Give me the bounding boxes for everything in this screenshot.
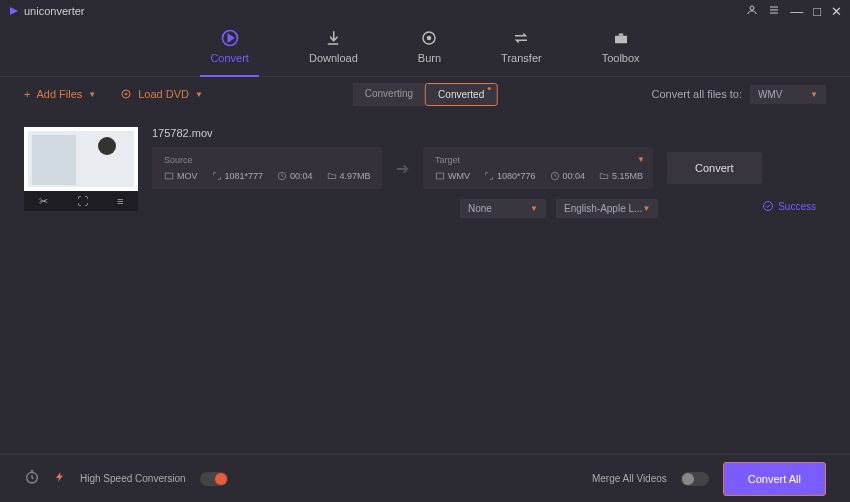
tab-converted[interactable]: Converted — [425, 83, 497, 106]
source-format: MOV — [164, 171, 198, 181]
convert-all-format-label: Convert all files to: — [652, 88, 742, 100]
format-select-value: WMV — [758, 89, 782, 100]
window-controls: — □ ✕ — [746, 4, 842, 19]
nav-toolbox-label: Toolbox — [602, 52, 640, 64]
disc-icon — [120, 88, 132, 100]
svg-marker-6 — [228, 35, 233, 42]
svg-rect-14 — [165, 173, 173, 179]
status-segment: Converting Converted — [353, 83, 498, 106]
video-icon — [435, 171, 445, 181]
nav-download-label: Download — [309, 52, 358, 64]
file-details: 175782.mov Source MOV 1081*777 00:04 4.9… — [152, 127, 826, 218]
effects-icon[interactable]: ≡ — [117, 195, 123, 207]
toolbar: + Add Files ▼ Load DVD ▼ Converting Conv… — [0, 77, 850, 111]
chevron-down-icon: ▼ — [810, 90, 818, 99]
trim-icon[interactable]: ✂ — [39, 195, 48, 208]
main-nav: Convert Download Burn Transfer Toolbox — [0, 22, 850, 77]
target-panel: ▼ Target WMV 1080*776 00:04 5.15MB — [423, 147, 653, 189]
file-name: 175782.mov — [152, 127, 826, 139]
source-label: Source — [164, 155, 370, 165]
svg-rect-16 — [436, 173, 444, 179]
svg-rect-10 — [615, 36, 627, 44]
close-icon[interactable]: ✕ — [831, 4, 842, 19]
download-icon — [323, 28, 343, 48]
convert-icon — [220, 28, 240, 48]
toolbar-left: + Add Files ▼ Load DVD ▼ — [24, 88, 203, 100]
source-size: 4.97MB — [327, 171, 371, 181]
svg-rect-7 — [328, 43, 339, 45]
tab-converted-label: Converted — [438, 89, 484, 100]
toolbar-right: Convert all files to: WMV ▼ — [652, 85, 826, 104]
crop-icon[interactable]: ⛶ — [77, 195, 88, 207]
nav-burn-label: Burn — [418, 52, 441, 64]
folder-icon — [327, 171, 337, 181]
content-area: ✂ ⛶ ≡ 175782.mov Source MOV 1081*777 00:… — [0, 111, 850, 234]
tab-converting[interactable]: Converting — [353, 83, 425, 106]
chevron-down-icon: ▼ — [195, 90, 203, 99]
nav-transfer[interactable]: Transfer — [501, 28, 542, 76]
load-dvd-button[interactable]: Load DVD ▼ — [120, 88, 203, 100]
menu-icon[interactable] — [768, 4, 780, 19]
footer-right: Merge All Videos Convert All — [592, 462, 826, 496]
thumbnail-toolbar: ✂ ⛶ ≡ — [24, 191, 138, 211]
file-row: ✂ ⛶ ≡ 175782.mov Source MOV 1081*777 00:… — [24, 127, 826, 218]
minimize-icon[interactable]: — — [790, 4, 803, 19]
audio-select[interactable]: English-Apple L... ▼ — [556, 199, 658, 218]
add-files-button[interactable]: + Add Files ▼ — [24, 88, 96, 100]
svg-marker-0 — [10, 7, 18, 15]
audio-value: English-Apple L... — [564, 203, 642, 214]
footer-left: High Speed Conversion — [24, 469, 228, 488]
app-title: uniconverter — [24, 5, 85, 17]
merge-label: Merge All Videos — [592, 473, 667, 484]
clock-icon — [277, 171, 287, 181]
svg-rect-11 — [618, 34, 623, 36]
target-format-dropdown[interactable]: ▼ — [637, 155, 645, 164]
status-text: Success — [778, 201, 816, 212]
nav-convert[interactable]: Convert — [210, 28, 249, 76]
source-panel: Source MOV 1081*777 00:04 4.97MB — [152, 147, 382, 189]
toolbox-icon — [611, 28, 631, 48]
user-icon[interactable] — [746, 4, 758, 19]
subtitle-select[interactable]: None ▼ — [460, 199, 546, 218]
add-files-label: Add Files — [36, 88, 82, 100]
maximize-icon[interactable]: □ — [813, 4, 821, 19]
source-resolution: 1081*777 — [212, 171, 264, 181]
source-stats: MOV 1081*777 00:04 4.97MB — [164, 171, 370, 181]
check-circle-icon — [762, 200, 774, 212]
svg-point-9 — [428, 37, 431, 40]
file-thumbnail: ✂ ⛶ ≡ — [24, 127, 138, 211]
target-resolution: 1080*776 — [484, 171, 536, 181]
footer: High Speed Conversion Merge All Videos C… — [0, 454, 850, 502]
folder-icon — [599, 171, 609, 181]
nav-toolbox[interactable]: Toolbox — [602, 28, 640, 76]
convert-all-button[interactable]: Convert All — [723, 462, 826, 496]
high-speed-toggle[interactable] — [200, 472, 228, 486]
burn-icon — [419, 28, 439, 48]
titlebar: uniconverter — □ ✕ — [0, 0, 850, 22]
target-stats: WMV 1080*776 00:04 5.15MB — [435, 171, 641, 181]
svg-point-12 — [122, 90, 130, 98]
target-duration: 00:04 — [550, 171, 586, 181]
logo-icon — [8, 5, 20, 17]
bolt-icon — [54, 470, 66, 487]
chevron-down-icon: ▼ — [530, 204, 538, 213]
format-select[interactable]: WMV ▼ — [750, 85, 826, 104]
load-dvd-label: Load DVD — [138, 88, 189, 100]
resolution-icon — [484, 171, 494, 181]
source-duration: 00:04 — [277, 171, 313, 181]
target-size: 5.15MB — [599, 171, 643, 181]
nav-convert-label: Convert — [210, 52, 249, 64]
svg-point-1 — [750, 6, 754, 10]
merge-toggle[interactable] — [681, 472, 709, 486]
transfer-icon — [511, 28, 531, 48]
convert-button[interactable]: Convert — [667, 152, 762, 184]
chevron-down-icon: ▼ — [88, 90, 96, 99]
app-logo: uniconverter — [8, 5, 85, 17]
nav-burn[interactable]: Burn — [418, 28, 441, 76]
thumbnail-image[interactable] — [24, 127, 138, 191]
timer-icon[interactable] — [24, 469, 40, 488]
nav-transfer-label: Transfer — [501, 52, 542, 64]
nav-download[interactable]: Download — [309, 28, 358, 76]
status-badge: Success — [762, 200, 816, 212]
clock-icon — [550, 171, 560, 181]
